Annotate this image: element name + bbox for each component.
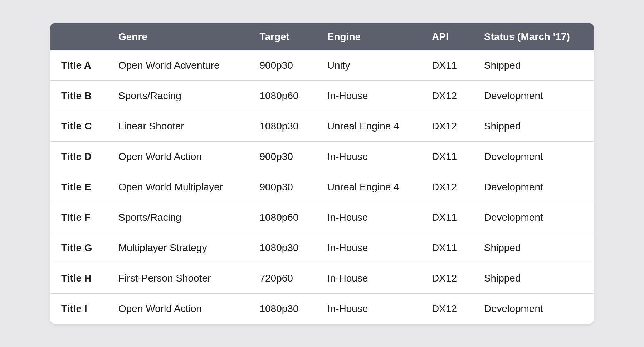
cell-status: Development <box>473 142 594 172</box>
cell-engine: Unreal Engine 4 <box>317 111 421 142</box>
col-header-status: Status (March '17) <box>473 23 594 50</box>
cell-api: DX11 <box>421 202 473 233</box>
cell-title: Title I <box>50 294 108 324</box>
cell-title: Title F <box>50 202 108 233</box>
cell-api: DX12 <box>421 294 473 324</box>
cell-target: 1080p30 <box>249 233 316 263</box>
cell-genre: Open World Adventure <box>108 50 249 81</box>
cell-status: Development <box>473 202 594 233</box>
table-header-row: Genre Target Engine API Status (March '1… <box>50 23 594 50</box>
cell-status: Shipped <box>473 111 594 142</box>
cell-genre: Open World Action <box>108 294 249 324</box>
col-header-target: Target <box>249 23 316 50</box>
table-row: Title CLinear Shooter1080p30Unreal Engin… <box>50 111 594 142</box>
cell-target: 900p30 <box>249 172 316 202</box>
table-row: Title AOpen World Adventure900p30UnityDX… <box>50 50 594 81</box>
cell-status: Shipped <box>473 233 594 263</box>
cell-api: DX12 <box>421 172 473 202</box>
cell-title: Title H <box>50 263 108 294</box>
cell-genre: Open World Multiplayer <box>108 172 249 202</box>
cell-genre: Linear Shooter <box>108 111 249 142</box>
cell-api: DX11 <box>421 233 473 263</box>
cell-engine: In-House <box>317 294 421 324</box>
data-table: Genre Target Engine API Status (March '1… <box>50 23 594 324</box>
cell-status: Development <box>473 294 594 324</box>
col-header-title <box>50 23 108 50</box>
cell-target: 900p30 <box>249 50 316 81</box>
cell-status: Development <box>473 172 594 202</box>
cell-engine: In-House <box>317 202 421 233</box>
cell-title: Title G <box>50 233 108 263</box>
cell-api: DX12 <box>421 81 473 111</box>
cell-engine: Unreal Engine 4 <box>317 172 421 202</box>
table-row: Title GMultiplayer Strategy1080p30In-Hou… <box>50 233 594 263</box>
cell-genre: Open World Action <box>108 142 249 172</box>
cell-genre: Sports/Racing <box>108 81 249 111</box>
cell-title: Title A <box>50 50 108 81</box>
cell-target: 1080p60 <box>249 81 316 111</box>
cell-api: DX12 <box>421 111 473 142</box>
cell-api: DX12 <box>421 263 473 294</box>
cell-status: Shipped <box>473 263 594 294</box>
cell-target: 1080p60 <box>249 202 316 233</box>
cell-target: 1080p30 <box>249 294 316 324</box>
col-header-api: API <box>421 23 473 50</box>
cell-api: DX11 <box>421 142 473 172</box>
cell-engine: In-House <box>317 233 421 263</box>
cell-title: Title D <box>50 142 108 172</box>
table-row: Title BSports/Racing1080p60In-HouseDX12D… <box>50 81 594 111</box>
cell-title: Title C <box>50 111 108 142</box>
table-row: Title IOpen World Action1080p30In-HouseD… <box>50 294 594 324</box>
cell-status: Shipped <box>473 50 594 81</box>
cell-title: Title B <box>50 81 108 111</box>
cell-engine: In-House <box>317 142 421 172</box>
cell-target: 720p60 <box>249 263 316 294</box>
cell-status: Development <box>473 81 594 111</box>
cell-engine: In-House <box>317 81 421 111</box>
cell-target: 900p30 <box>249 142 316 172</box>
cell-genre: Sports/Racing <box>108 202 249 233</box>
table-row: Title DOpen World Action900p30In-HouseDX… <box>50 142 594 172</box>
cell-genre: Multiplayer Strategy <box>108 233 249 263</box>
table-row: Title EOpen World Multiplayer900p30Unrea… <box>50 172 594 202</box>
cell-title: Title E <box>50 172 108 202</box>
cell-engine: In-House <box>317 263 421 294</box>
table-row: Title HFirst-Person Shooter720p60In-Hous… <box>50 263 594 294</box>
cell-target: 1080p30 <box>249 111 316 142</box>
col-header-engine: Engine <box>317 23 421 50</box>
cell-api: DX11 <box>421 50 473 81</box>
col-header-genre: Genre <box>108 23 249 50</box>
cell-genre: First-Person Shooter <box>108 263 249 294</box>
table-row: Title FSports/Racing1080p60In-HouseDX11D… <box>50 202 594 233</box>
cell-engine: Unity <box>317 50 421 81</box>
